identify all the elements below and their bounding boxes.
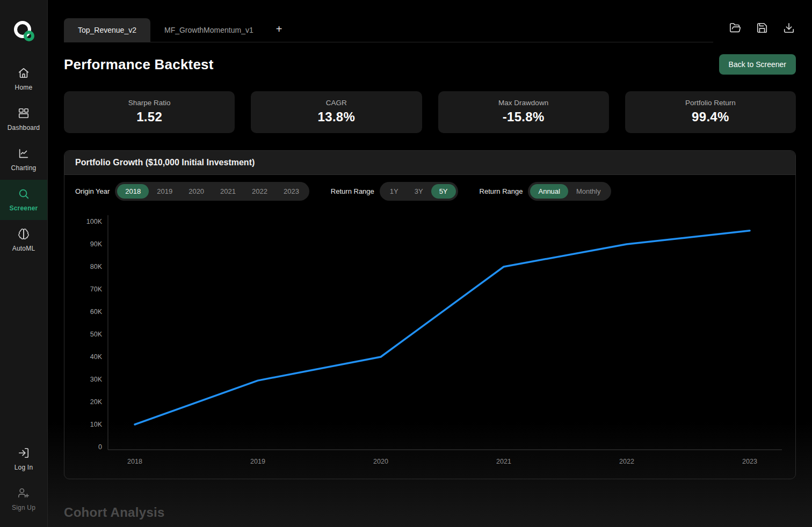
brain-icon <box>18 228 30 240</box>
top-action-icons <box>713 22 796 42</box>
stat-label: CAGR <box>326 99 347 107</box>
download-icon[interactable] <box>783 22 795 34</box>
origin-year-pill-group: 201820192020202120222023 <box>115 182 309 201</box>
stat-card-cagr: CAGR 13.8% <box>251 91 422 133</box>
stat-label: Sharpe Ratio <box>128 99 171 107</box>
panel-title: Portfolio Growth ($10,000 Initial Invest… <box>75 158 255 167</box>
panel-header: Portfolio Growth ($10,000 Initial Invest… <box>64 151 795 175</box>
dashboard-icon <box>18 107 30 119</box>
y-axis-tick-label: 30K <box>90 376 103 383</box>
y-axis-tick-label: 50K <box>90 331 103 338</box>
chart-line-icon <box>18 148 30 159</box>
portfolio-growth-line <box>135 231 750 424</box>
pill-2020[interactable]: 2020 <box>180 184 212 199</box>
pill-2023[interactable]: 2023 <box>276 184 307 199</box>
back-to-screener-button[interactable]: Back to Screener <box>719 54 796 75</box>
sidebar: Home Dashboard Charting Screener AutoML <box>0 0 48 527</box>
home-icon <box>18 67 30 79</box>
filter-label: Return Range <box>480 187 523 195</box>
x-axis-tick-label: 2022 <box>619 458 634 465</box>
return-frequency-filter: Return Range AnnualMonthly <box>480 182 611 201</box>
stat-card-max-drawdown: Max Drawdown -15.8% <box>438 91 609 133</box>
tab-bar: Top_Revenue_v2 MF_GrowthMomentum_v1 + <box>64 0 796 42</box>
sidebar-item-automl[interactable]: AutoML <box>0 220 47 260</box>
save-icon[interactable] <box>756 22 768 34</box>
x-axis-tick-label: 2023 <box>742 458 757 465</box>
sidebar-item-dashboard[interactable]: Dashboard <box>0 99 47 140</box>
pill-2018[interactable]: 2018 <box>117 184 149 199</box>
pill-annual[interactable]: Annual <box>530 184 568 199</box>
sidebar-item-charting[interactable]: Charting <box>0 140 47 180</box>
sidebar-item-label: Log In <box>15 464 33 471</box>
sidebar-item-label: Dashboard <box>8 124 40 131</box>
sidebar-item-label: Charting <box>11 164 37 172</box>
cohort-analysis-title: Cohort Analysis <box>64 505 796 520</box>
x-axis-tick-label: 2018 <box>127 458 142 465</box>
return-range-pill-group: 1Y3Y5Y <box>380 182 458 201</box>
y-axis-tick-label: 40K <box>90 353 103 361</box>
login-icon <box>18 447 30 459</box>
filter-label: Return Range <box>331 187 374 195</box>
y-axis-tick-label: 10K <box>90 421 103 428</box>
sidebar-item-label: Home <box>15 84 33 91</box>
x-axis-tick-label: 2019 <box>250 458 265 465</box>
chart-filters: Origin Year 201820192020202120222023 Ret… <box>64 175 795 204</box>
y-axis-tick-label: 20K <box>90 398 103 406</box>
stats-row: Sharpe Ratio 1.52 CAGR 13.8% Max Drawdow… <box>64 91 796 133</box>
tab-top-revenue-v2[interactable]: Top_Revenue_v2 <box>64 18 150 42</box>
chart-axes <box>108 215 782 450</box>
page-header: Performance Backtest Back to Screener <box>64 54 796 75</box>
pill-2019[interactable]: 2019 <box>149 184 180 199</box>
stat-label: Max Drawdown <box>498 99 548 107</box>
pill-5y[interactable]: 5Y <box>431 184 456 199</box>
stat-card-sharpe-ratio: Sharpe Ratio 1.52 <box>64 91 235 133</box>
tab-mf-growthmomentum-v1[interactable]: MF_GrowthMomentum_v1 <box>150 18 267 42</box>
y-axis-tick-label: 70K <box>90 286 103 293</box>
portfolio-growth-chart: 010K20K30K40K50K60K70K80K90K100K20182019… <box>64 204 795 479</box>
pill-2022[interactable]: 2022 <box>244 184 276 199</box>
y-axis-tick-label: 80K <box>90 263 103 270</box>
y-axis-tick-label: 90K <box>90 240 103 248</box>
sidebar-item-label: Sign Up <box>12 504 35 511</box>
search-icon <box>18 188 30 200</box>
main-content: Top_Revenue_v2 MF_GrowthMomentum_v1 + <box>48 0 812 527</box>
sidebar-item-label: Screener <box>10 204 38 212</box>
pill-1y[interactable]: 1Y <box>382 184 407 199</box>
x-axis-tick-label: 2020 <box>373 458 388 465</box>
app-logo[interactable] <box>0 19 47 43</box>
user-plus-icon <box>18 487 30 499</box>
filter-label: Origin Year <box>75 187 110 195</box>
origin-year-filter: Origin Year 201820192020202120222023 <box>75 182 309 201</box>
x-axis-tick-label: 2021 <box>496 458 511 465</box>
pill-2021[interactable]: 2021 <box>212 184 244 199</box>
y-axis-tick-label: 60K <box>90 308 103 316</box>
sidebar-item-screener[interactable]: Screener <box>0 180 47 220</box>
sidebar-footer: Log In Sign Up <box>0 439 47 527</box>
page-title: Performance Backtest <box>64 56 214 73</box>
pill-3y[interactable]: 3Y <box>407 184 431 199</box>
stat-card-portfolio-return: Portfolio Return 99.4% <box>625 91 796 133</box>
add-tab-button[interactable]: + <box>267 17 291 42</box>
stat-value: -15.8% <box>503 109 545 125</box>
stat-label: Portfolio Return <box>685 99 736 107</box>
sidebar-item-home[interactable]: Home <box>0 59 47 99</box>
sidebar-item-label: AutoML <box>12 245 35 252</box>
sidebar-item-login[interactable]: Log In <box>0 439 47 479</box>
sidebar-item-signup[interactable]: Sign Up <box>0 479 47 519</box>
tabs-strip: Top_Revenue_v2 MF_GrowthMomentum_v1 + <box>64 0 713 42</box>
logo-q-icon <box>12 19 35 43</box>
stat-value: 13.8% <box>318 109 356 125</box>
folder-open-icon[interactable] <box>729 22 741 34</box>
return-frequency-pill-group: AnnualMonthly <box>528 182 611 201</box>
y-axis-tick-label: 0 <box>98 443 102 451</box>
y-axis-tick-label: 100K <box>86 218 103 225</box>
pill-monthly[interactable]: Monthly <box>568 184 609 199</box>
portfolio-growth-panel: Portfolio Growth ($10,000 Initial Invest… <box>64 150 796 479</box>
stat-value: 99.4% <box>692 109 729 125</box>
return-range-filter: Return Range 1Y3Y5Y <box>331 182 458 201</box>
stat-value: 1.52 <box>136 109 162 125</box>
